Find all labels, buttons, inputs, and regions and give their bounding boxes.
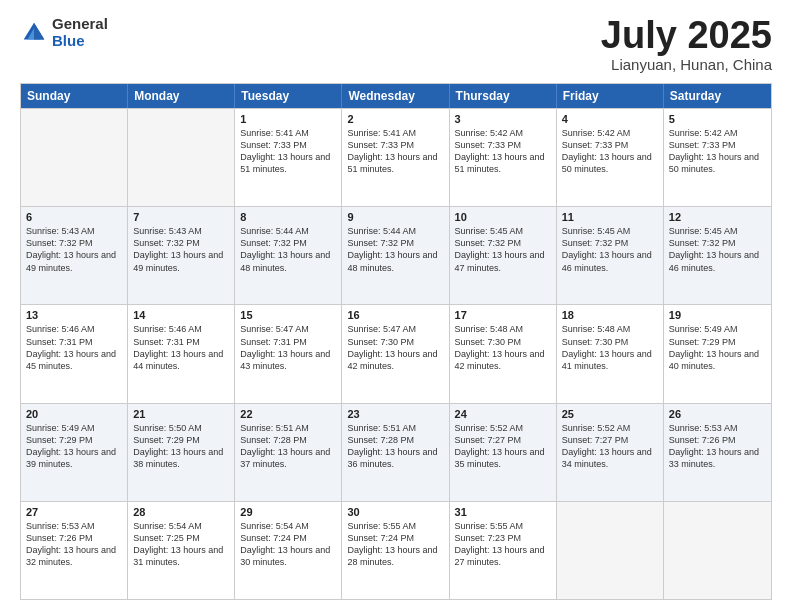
day-cell-13: 13Sunrise: 5:46 AM Sunset: 7:31 PM Dayli… xyxy=(21,305,128,402)
empty-cell xyxy=(21,109,128,206)
cell-info: Sunrise: 5:48 AM Sunset: 7:30 PM Dayligh… xyxy=(562,323,658,372)
cell-info: Sunrise: 5:43 AM Sunset: 7:32 PM Dayligh… xyxy=(133,225,229,274)
cell-date: 19 xyxy=(669,309,766,321)
cell-info: Sunrise: 5:54 AM Sunset: 7:24 PM Dayligh… xyxy=(240,520,336,569)
calendar-header: SundayMondayTuesdayWednesdayThursdayFrid… xyxy=(21,84,771,108)
cell-info: Sunrise: 5:45 AM Sunset: 7:32 PM Dayligh… xyxy=(455,225,551,274)
empty-cell xyxy=(128,109,235,206)
cell-date: 23 xyxy=(347,408,443,420)
day-cell-27: 27Sunrise: 5:53 AM Sunset: 7:26 PM Dayli… xyxy=(21,502,128,599)
calendar-row-1: 6Sunrise: 5:43 AM Sunset: 7:32 PM Daylig… xyxy=(21,206,771,304)
logo: General Blue xyxy=(20,16,108,49)
day-cell-10: 10Sunrise: 5:45 AM Sunset: 7:32 PM Dayli… xyxy=(450,207,557,304)
cell-date: 1 xyxy=(240,113,336,125)
cell-date: 3 xyxy=(455,113,551,125)
day-cell-19: 19Sunrise: 5:49 AM Sunset: 7:29 PM Dayli… xyxy=(664,305,771,402)
logo-text: General Blue xyxy=(52,16,108,49)
day-cell-4: 4Sunrise: 5:42 AM Sunset: 7:33 PM Daylig… xyxy=(557,109,664,206)
cell-date: 6 xyxy=(26,211,122,223)
day-cell-14: 14Sunrise: 5:46 AM Sunset: 7:31 PM Dayli… xyxy=(128,305,235,402)
title-block: July 2025 Lianyuan, Hunan, China xyxy=(601,16,772,73)
cell-date: 14 xyxy=(133,309,229,321)
cell-date: 31 xyxy=(455,506,551,518)
weekday-header-monday: Monday xyxy=(128,84,235,108)
cell-date: 20 xyxy=(26,408,122,420)
cell-date: 13 xyxy=(26,309,122,321)
day-cell-17: 17Sunrise: 5:48 AM Sunset: 7:30 PM Dayli… xyxy=(450,305,557,402)
cell-info: Sunrise: 5:53 AM Sunset: 7:26 PM Dayligh… xyxy=(669,422,766,471)
cell-info: Sunrise: 5:45 AM Sunset: 7:32 PM Dayligh… xyxy=(669,225,766,274)
cell-info: Sunrise: 5:44 AM Sunset: 7:32 PM Dayligh… xyxy=(347,225,443,274)
weekday-header-wednesday: Wednesday xyxy=(342,84,449,108)
calendar-row-2: 13Sunrise: 5:46 AM Sunset: 7:31 PM Dayli… xyxy=(21,304,771,402)
day-cell-29: 29Sunrise: 5:54 AM Sunset: 7:24 PM Dayli… xyxy=(235,502,342,599)
weekday-header-thursday: Thursday xyxy=(450,84,557,108)
day-cell-12: 12Sunrise: 5:45 AM Sunset: 7:32 PM Dayli… xyxy=(664,207,771,304)
cell-info: Sunrise: 5:50 AM Sunset: 7:29 PM Dayligh… xyxy=(133,422,229,471)
logo-icon xyxy=(20,19,48,47)
month-title: July 2025 xyxy=(601,16,772,54)
day-cell-30: 30Sunrise: 5:55 AM Sunset: 7:24 PM Dayli… xyxy=(342,502,449,599)
calendar-row-4: 27Sunrise: 5:53 AM Sunset: 7:26 PM Dayli… xyxy=(21,501,771,599)
weekday-header-tuesday: Tuesday xyxy=(235,84,342,108)
cell-info: Sunrise: 5:42 AM Sunset: 7:33 PM Dayligh… xyxy=(562,127,658,176)
weekday-header-sunday: Sunday xyxy=(21,84,128,108)
cell-date: 5 xyxy=(669,113,766,125)
cell-info: Sunrise: 5:44 AM Sunset: 7:32 PM Dayligh… xyxy=(240,225,336,274)
cell-info: Sunrise: 5:51 AM Sunset: 7:28 PM Dayligh… xyxy=(347,422,443,471)
cell-info: Sunrise: 5:53 AM Sunset: 7:26 PM Dayligh… xyxy=(26,520,122,569)
day-cell-6: 6Sunrise: 5:43 AM Sunset: 7:32 PM Daylig… xyxy=(21,207,128,304)
cell-info: Sunrise: 5:46 AM Sunset: 7:31 PM Dayligh… xyxy=(26,323,122,372)
cell-date: 4 xyxy=(562,113,658,125)
calendar-row-3: 20Sunrise: 5:49 AM Sunset: 7:29 PM Dayli… xyxy=(21,403,771,501)
day-cell-2: 2Sunrise: 5:41 AM Sunset: 7:33 PM Daylig… xyxy=(342,109,449,206)
day-cell-3: 3Sunrise: 5:42 AM Sunset: 7:33 PM Daylig… xyxy=(450,109,557,206)
cell-date: 30 xyxy=(347,506,443,518)
logo-blue: Blue xyxy=(52,33,108,50)
cell-info: Sunrise: 5:43 AM Sunset: 7:32 PM Dayligh… xyxy=(26,225,122,274)
cell-date: 7 xyxy=(133,211,229,223)
day-cell-9: 9Sunrise: 5:44 AM Sunset: 7:32 PM Daylig… xyxy=(342,207,449,304)
cell-info: Sunrise: 5:45 AM Sunset: 7:32 PM Dayligh… xyxy=(562,225,658,274)
cell-date: 25 xyxy=(562,408,658,420)
cell-info: Sunrise: 5:42 AM Sunset: 7:33 PM Dayligh… xyxy=(455,127,551,176)
cell-info: Sunrise: 5:42 AM Sunset: 7:33 PM Dayligh… xyxy=(669,127,766,176)
cell-info: Sunrise: 5:48 AM Sunset: 7:30 PM Dayligh… xyxy=(455,323,551,372)
cell-info: Sunrise: 5:47 AM Sunset: 7:31 PM Dayligh… xyxy=(240,323,336,372)
day-cell-5: 5Sunrise: 5:42 AM Sunset: 7:33 PM Daylig… xyxy=(664,109,771,206)
cell-info: Sunrise: 5:49 AM Sunset: 7:29 PM Dayligh… xyxy=(669,323,766,372)
cell-info: Sunrise: 5:54 AM Sunset: 7:25 PM Dayligh… xyxy=(133,520,229,569)
calendar-page: General Blue July 2025 Lianyuan, Hunan, … xyxy=(0,0,792,612)
day-cell-24: 24Sunrise: 5:52 AM Sunset: 7:27 PM Dayli… xyxy=(450,404,557,501)
cell-date: 24 xyxy=(455,408,551,420)
calendar-row-0: 1Sunrise: 5:41 AM Sunset: 7:33 PM Daylig… xyxy=(21,108,771,206)
cell-date: 10 xyxy=(455,211,551,223)
cell-info: Sunrise: 5:46 AM Sunset: 7:31 PM Dayligh… xyxy=(133,323,229,372)
cell-info: Sunrise: 5:51 AM Sunset: 7:28 PM Dayligh… xyxy=(240,422,336,471)
calendar: SundayMondayTuesdayWednesdayThursdayFrid… xyxy=(20,83,772,600)
cell-info: Sunrise: 5:55 AM Sunset: 7:23 PM Dayligh… xyxy=(455,520,551,569)
empty-cell xyxy=(664,502,771,599)
cell-date: 15 xyxy=(240,309,336,321)
day-cell-1: 1Sunrise: 5:41 AM Sunset: 7:33 PM Daylig… xyxy=(235,109,342,206)
cell-date: 18 xyxy=(562,309,658,321)
cell-date: 28 xyxy=(133,506,229,518)
cell-info: Sunrise: 5:55 AM Sunset: 7:24 PM Dayligh… xyxy=(347,520,443,569)
cell-info: Sunrise: 5:41 AM Sunset: 7:33 PM Dayligh… xyxy=(240,127,336,176)
logo-general: General xyxy=(52,16,108,33)
day-cell-15: 15Sunrise: 5:47 AM Sunset: 7:31 PM Dayli… xyxy=(235,305,342,402)
cell-info: Sunrise: 5:41 AM Sunset: 7:33 PM Dayligh… xyxy=(347,127,443,176)
location-title: Lianyuan, Hunan, China xyxy=(601,56,772,73)
cell-date: 21 xyxy=(133,408,229,420)
day-cell-23: 23Sunrise: 5:51 AM Sunset: 7:28 PM Dayli… xyxy=(342,404,449,501)
day-cell-26: 26Sunrise: 5:53 AM Sunset: 7:26 PM Dayli… xyxy=(664,404,771,501)
weekday-header-friday: Friday xyxy=(557,84,664,108)
calendar-body: 1Sunrise: 5:41 AM Sunset: 7:33 PM Daylig… xyxy=(21,108,771,599)
cell-date: 29 xyxy=(240,506,336,518)
cell-info: Sunrise: 5:52 AM Sunset: 7:27 PM Dayligh… xyxy=(562,422,658,471)
cell-info: Sunrise: 5:47 AM Sunset: 7:30 PM Dayligh… xyxy=(347,323,443,372)
cell-date: 8 xyxy=(240,211,336,223)
svg-marker-2 xyxy=(34,22,44,39)
page-header: General Blue July 2025 Lianyuan, Hunan, … xyxy=(20,16,772,73)
day-cell-25: 25Sunrise: 5:52 AM Sunset: 7:27 PM Dayli… xyxy=(557,404,664,501)
